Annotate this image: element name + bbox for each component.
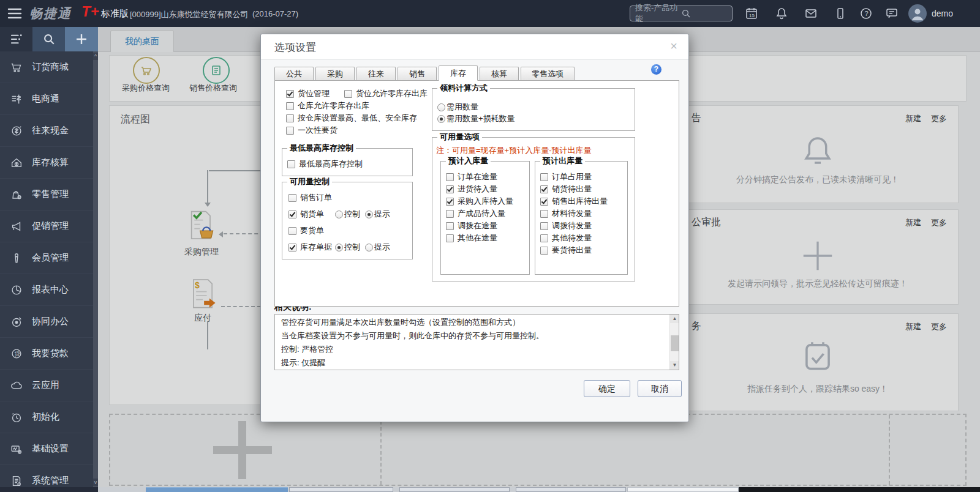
radio[interactable] [437, 103, 445, 111]
radio-row[interactable]: 需用数量+损耗数量 [437, 113, 515, 124]
ok-button[interactable]: 确定 [584, 380, 630, 397]
checkbox-label[interactable]: 货位允许零库存出库 [356, 88, 428, 99]
sidebar-item-report-center[interactable]: 报表中心 [0, 274, 93, 306]
radio-row[interactable]: 控制 提示 [335, 242, 390, 253]
check-row[interactable]: 最低最高库存控制 [287, 158, 363, 170]
checkbox[interactable] [344, 90, 352, 98]
feedback-chat-icon[interactable] [884, 6, 899, 21]
checkbox-label[interactable]: 库存单据 [300, 242, 332, 253]
sidebar-item-member[interactable]: 会员管理 [0, 242, 93, 274]
tab-common[interactable]: 公共 [274, 67, 314, 80]
check-row[interactable]: 销售出库待出量 [540, 196, 608, 207]
avatar[interactable] [908, 4, 927, 23]
checkbox-label[interactable]: 最低最高库存控制 [299, 158, 363, 170]
mail-icon[interactable] [804, 6, 818, 21]
sidebar-item-loan[interactable]: 贷 我要贷款 [0, 338, 93, 370]
sidebar-item-order-mall[interactable]: 订货商城 [0, 51, 93, 83]
radio-row[interactable]: 需用数量 [437, 102, 478, 113]
checkbox-label[interactable]: 销售出库待出量 [552, 196, 608, 207]
radio[interactable] [335, 244, 343, 252]
sidebar-item-cloud-apps[interactable]: 云应用 [0, 370, 93, 401]
cancel-button[interactable]: 取消 [638, 380, 682, 397]
scrollbar-thumb[interactable] [671, 335, 679, 351]
checkbox[interactable] [540, 247, 548, 255]
checkbox-label[interactable]: 订单在途量 [458, 171, 497, 182]
checkbox[interactable] [446, 173, 454, 181]
checkbox[interactable] [286, 102, 294, 110]
radio[interactable] [365, 211, 373, 218]
radio-label[interactable]: 需用数量 [447, 102, 478, 113]
check-row[interactable]: 销货单 [288, 209, 324, 220]
checkbox-label[interactable]: 要货待出量 [552, 245, 592, 256]
checkbox[interactable] [540, 173, 548, 181]
check-row[interactable]: 订单在途量 [446, 171, 497, 182]
checkbox-label[interactable]: 进货待入量 [458, 184, 497, 195]
sidebar-item-initialization[interactable]: 初始化 [0, 401, 93, 433]
checkbox-label[interactable]: 调拨待发量 [552, 220, 592, 231]
checkbox[interactable] [288, 211, 296, 218]
radio-label[interactable]: 提示 [374, 209, 390, 220]
check-row[interactable]: 仓库允许零库存出库 [286, 100, 369, 111]
tab-retail-options[interactable]: 零售选项 [521, 67, 575, 80]
add-button[interactable] [65, 27, 98, 51]
checkbox[interactable] [446, 210, 454, 218]
check-row[interactable]: 调拨待发量 [540, 220, 592, 231]
checkbox[interactable] [288, 227, 296, 235]
checkbox-label[interactable]: 货位管理 [298, 88, 330, 99]
check-row[interactable]: 要货单 [288, 225, 324, 236]
sidebar-item-basic-settings[interactable]: 基础设置 [0, 433, 93, 465]
checkbox-label[interactable]: 其他在途量 [458, 233, 497, 244]
scroll-up-icon[interactable]: ^ [93, 53, 98, 60]
sidebar-item-ecommerce[interactable]: 电商通 [0, 83, 93, 115]
checkbox-label[interactable]: 调拨在途量 [458, 220, 497, 231]
check-row[interactable]: 调拨在途量 [446, 220, 497, 231]
checkbox[interactable] [540, 210, 548, 218]
checkbox-label[interactable]: 采购入库待入量 [458, 196, 513, 207]
check-row[interactable]: 货位管理 [286, 88, 330, 99]
radio-label[interactable]: 控制 [344, 209, 360, 220]
checkbox[interactable] [287, 160, 295, 168]
check-row[interactable]: 货位允许零库存出库 [344, 88, 428, 99]
radio[interactable] [365, 244, 373, 252]
close-icon[interactable]: × [670, 39, 677, 53]
sidebar-item-collaboration[interactable]: 协同办公 [0, 306, 93, 338]
checkbox-label[interactable]: 销货单 [300, 209, 324, 220]
search-box[interactable]: 搜索-产品功能 [630, 6, 733, 21]
checkbox-label[interactable]: 一次性要货 [298, 125, 337, 136]
tab-accounting[interactable]: 核算 [480, 67, 519, 80]
notification-bell-icon[interactable] [774, 6, 789, 21]
checkbox[interactable] [286, 114, 294, 122]
dialog-help-icon[interactable]: ? [651, 64, 662, 75]
checkbox-label[interactable]: 材料待发量 [552, 208, 592, 219]
checkbox[interactable] [446, 185, 454, 193]
sidebar-item-inventory-accounting[interactable]: 库存核算 [0, 147, 93, 179]
related-notes-box[interactable]: 管控存货可用量满足本次出库数量时勾选（设置控制的范围和方式） 当仓库档案设置为不… [274, 314, 679, 370]
checkbox[interactable] [446, 234, 454, 242]
checkbox[interactable] [540, 198, 548, 206]
checkbox[interactable] [286, 127, 294, 135]
sidebar-search-button[interactable] [32, 27, 65, 51]
related-notes-scrollbar[interactable]: ▲ ▼ [669, 315, 679, 370]
check-row[interactable]: 其他在途量 [446, 233, 497, 244]
sidebar-scrollbar[interactable]: ^ v [93, 51, 98, 487]
scroll-up-icon[interactable]: ▲ [670, 315, 679, 323]
checkbox-label[interactable]: 其他待发量 [552, 233, 592, 244]
sidebar-item-retail[interactable]: 零售管理 [0, 179, 93, 211]
calendar-icon[interactable]: 15 [744, 6, 759, 21]
sidebar-item-promotion[interactable]: 促销管理 [0, 211, 93, 242]
radio-row[interactable]: 控制 提示 [335, 209, 390, 220]
check-row[interactable]: 进货待入量 [446, 184, 497, 195]
checkbox-label[interactable]: 销售订单 [300, 192, 332, 203]
check-row[interactable]: 订单占用量 [540, 171, 592, 182]
tab-inventory[interactable]: 库存 [439, 65, 478, 81]
tab-purchase[interactable]: 采购 [315, 67, 355, 80]
scroll-down-icon[interactable]: v [93, 479, 98, 486]
username[interactable]: demo [932, 9, 953, 18]
mobile-icon[interactable] [833, 6, 848, 21]
checkbox-label[interactable]: 要货单 [300, 225, 324, 236]
check-row[interactable]: 其他待发量 [540, 233, 592, 244]
checkbox-label[interactable]: 产成品待入量 [458, 208, 505, 219]
check-row[interactable]: 要货待出量 [540, 245, 592, 256]
checkbox-label[interactable]: 按仓库设置最高、最低、安全库存 [298, 113, 417, 124]
checkbox[interactable] [288, 244, 296, 252]
